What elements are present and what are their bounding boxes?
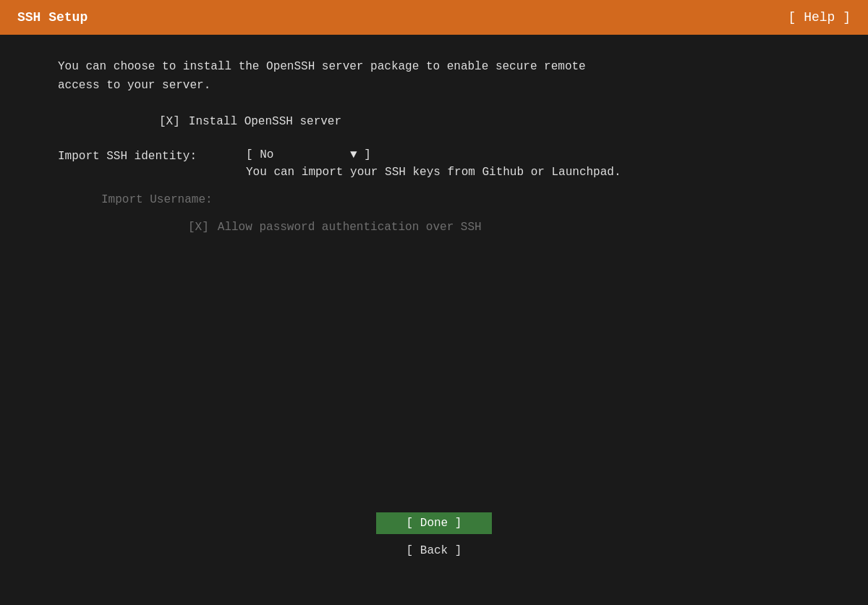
import-identity-hint: You can import your SSH keys from Github… — [246, 166, 621, 179]
install-openssh-label: Install OpenSSH server — [189, 115, 341, 128]
back-button[interactable]: [ Back ] — [376, 540, 492, 562]
description-text: You can choose to install the OpenSSH se… — [58, 58, 810, 95]
title-bar: SSH Setup [ Help ] — [0, 0, 868, 35]
dropdown-arrow: ▼ ] — [350, 148, 371, 161]
import-identity-value[interactable]: [ No ▼ ] You can import your SSH keys fr… — [246, 148, 621, 179]
password-auth-row[interactable]: [X] Allow password authentication over S… — [58, 221, 810, 234]
done-button[interactable]: [ Done ] — [376, 512, 492, 534]
buttons-container: [ Done ] [ Back ] — [376, 512, 492, 562]
password-auth-checkbox[interactable]: [X] — [188, 221, 209, 234]
import-username-row: Import Username: — [58, 193, 810, 206]
main-content: You can choose to install the OpenSSH se… — [0, 35, 868, 257]
dropdown-value: [ No — [246, 148, 273, 161]
import-identity-dropdown[interactable]: [ No ▼ ] — [246, 148, 371, 161]
description-line2: access to your server. — [58, 79, 210, 92]
import-identity-label: Import SSH identity: — [58, 148, 246, 163]
install-openssh-row[interactable]: [X] Install OpenSSH server — [58, 115, 810, 128]
import-identity-row: Import SSH identity: [ No ▼ ] You can im… — [58, 148, 810, 179]
app-title: SSH Setup — [17, 10, 88, 25]
import-username-label: Import Username: — [101, 193, 289, 206]
help-button[interactable]: [ Help ] — [788, 10, 851, 25]
install-openssh-checkbox[interactable]: [X] — [159, 115, 180, 128]
description-line1: You can choose to install the OpenSSH se… — [58, 60, 586, 73]
password-auth-label: Allow password authentication over SSH — [218, 221, 482, 234]
